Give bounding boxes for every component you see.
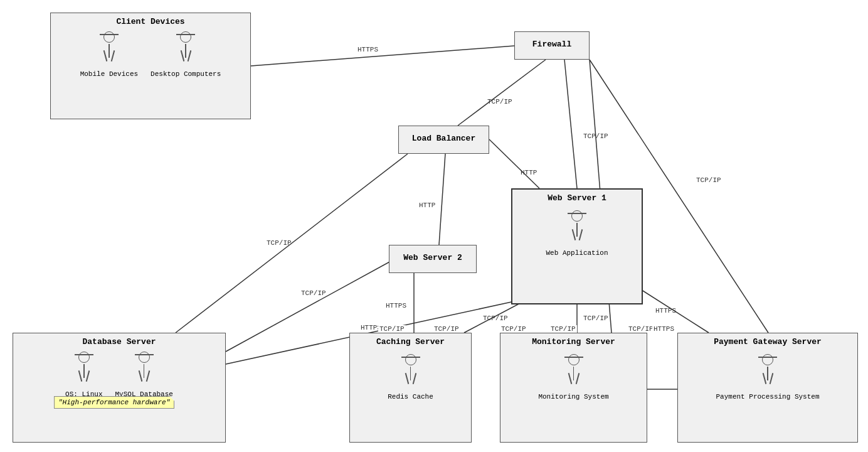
client-devices-figures: Mobile Devices Desktop Computers bbox=[80, 31, 221, 78]
svg-text:TCP/IP: TCP/IP bbox=[583, 315, 608, 322]
payment-arms bbox=[758, 357, 777, 358]
mysql-legs bbox=[140, 370, 148, 382]
load-balancer-node: Load Balancer bbox=[398, 126, 489, 154]
svg-line-0 bbox=[251, 46, 514, 66]
mysql-arms bbox=[135, 354, 154, 355]
svg-text:HTTPS: HTTPS bbox=[357, 46, 378, 53]
webapp-legs bbox=[573, 229, 581, 240]
desktop-computers-figure: Desktop Computers bbox=[151, 31, 221, 78]
mysql-figure: MySQL Database bbox=[115, 352, 173, 398]
monitoring-label: Monitoring System bbox=[538, 393, 608, 401]
monitoring-server-node: Monitoring Server Monitoring System bbox=[500, 333, 647, 443]
svg-line-2 bbox=[458, 60, 546, 126]
database-server-title: Database Server bbox=[82, 337, 156, 347]
monitoring-server-title: Monitoring Server bbox=[532, 337, 615, 347]
svg-text:HTTP: HTTP bbox=[419, 202, 436, 209]
ws2-cache-https-label: TCP/IP bbox=[378, 325, 406, 333]
web-app-label: Web Application bbox=[546, 249, 608, 257]
payment-label: Payment Processing System bbox=[716, 393, 819, 401]
ws2-cache-tcpip-label: TCP/IP bbox=[433, 325, 460, 333]
svg-text:TCP/IP: TCP/IP bbox=[583, 132, 608, 140]
redis-label: Redis Cache bbox=[388, 393, 433, 401]
caching-server-node: Caching Server Redis Cache bbox=[349, 333, 472, 443]
svg-text:TCP/IP: TCP/IP bbox=[301, 289, 326, 297]
svg-text:TCP/IP: TCP/IP bbox=[696, 176, 721, 184]
linux-legs bbox=[80, 370, 88, 382]
mobile-arms bbox=[100, 34, 119, 35]
ws1-cache-https-label: TCP/IP bbox=[500, 325, 527, 333]
load-balancer-title: Load Balancer bbox=[412, 134, 475, 143]
svg-line-10 bbox=[439, 154, 445, 245]
firewall-node: Firewall bbox=[514, 31, 590, 60]
svg-text:TCP/IP: TCP/IP bbox=[483, 315, 508, 322]
payment-figure: Payment Processing System bbox=[716, 354, 819, 401]
mobile-head bbox=[103, 31, 115, 43]
linux-arms bbox=[75, 354, 93, 355]
redis-head bbox=[405, 354, 416, 365]
mysql-leg-left bbox=[139, 370, 142, 382]
monitoring-head bbox=[568, 354, 580, 365]
linux-head bbox=[78, 352, 90, 363]
redis-figure: Redis Cache bbox=[388, 354, 433, 401]
mobile-legs bbox=[105, 50, 113, 62]
svg-text:HTTP: HTTP bbox=[521, 169, 537, 176]
svg-line-4 bbox=[564, 60, 577, 188]
webapp-arms bbox=[568, 213, 586, 214]
client-devices-title: Client Devices bbox=[116, 17, 184, 26]
os-linux-figure: OS: Linux bbox=[65, 352, 102, 398]
mysql-head bbox=[139, 352, 150, 363]
linux-leg-left bbox=[78, 370, 82, 382]
webapp-leg-right bbox=[579, 229, 583, 240]
payment-leg-right bbox=[770, 373, 773, 384]
web-server2-node: Web Server 2 bbox=[389, 245, 477, 273]
svg-line-14 bbox=[176, 154, 408, 333]
web-server1-title: Web Server 1 bbox=[548, 193, 606, 203]
monitoring-arms bbox=[564, 357, 583, 358]
payment-head bbox=[762, 354, 773, 365]
hardware-note: "High-performance hardware" bbox=[54, 396, 174, 409]
mobile-leg-right bbox=[111, 50, 115, 62]
mysql-leg-right bbox=[146, 370, 149, 382]
mobile-devices-figure: Mobile Devices bbox=[80, 31, 138, 78]
svg-text:TCP/IP: TCP/IP bbox=[267, 239, 292, 247]
mobile-leg-left bbox=[103, 50, 107, 62]
ws1-monitor-tcpip-label: TCP/IP bbox=[549, 325, 577, 333]
payment-gateway-node: Payment Gateway Server Payment Processin… bbox=[677, 333, 858, 443]
payment-legs bbox=[764, 373, 772, 384]
payment-leg-left bbox=[762, 373, 766, 384]
payment-gateway-title: Payment Gateway Server bbox=[714, 337, 822, 347]
desktop-computers-label: Desktop Computers bbox=[151, 70, 221, 78]
svg-text:HTTPS: HTTPS bbox=[655, 307, 676, 315]
database-figures: OS: Linux MySQL Database bbox=[65, 352, 173, 398]
web-server2-title: Web Server 2 bbox=[403, 253, 462, 262]
ws1-payment-tcpip-label: TCP/IP bbox=[627, 325, 655, 333]
monitoring-leg-right bbox=[575, 373, 579, 384]
redis-legs bbox=[406, 373, 415, 384]
web-server1-node: Web Server 1 Web Application bbox=[511, 188, 643, 304]
redis-arms bbox=[401, 357, 420, 358]
svg-text:TCP/IP: TCP/IP bbox=[487, 98, 512, 105]
monitoring-figure: Monitoring System bbox=[538, 354, 608, 401]
redis-leg-right bbox=[412, 373, 416, 384]
webapp-head bbox=[571, 210, 583, 222]
ws1-payment-https-label: HTTPS bbox=[652, 325, 675, 333]
desktop-arms bbox=[176, 34, 195, 35]
desktop-leg-left bbox=[180, 50, 184, 62]
monitoring-leg-left bbox=[568, 373, 572, 384]
client-devices-node: Client Devices Mobile Devices bbox=[50, 13, 251, 119]
redis-leg-left bbox=[405, 373, 409, 384]
diagram-container: HTTPS TCP/IP TCP/IP TCP/IP TCP/IP HTTP H… bbox=[0, 0, 868, 452]
caching-server-title: Caching Server bbox=[376, 337, 445, 347]
web-app-figure: Web Application bbox=[546, 210, 608, 257]
firewall-title: Firewall bbox=[532, 40, 571, 49]
database-server-node: Database Server OS: Linux bbox=[13, 333, 226, 443]
monitoring-legs bbox=[569, 373, 578, 384]
desktop-head bbox=[180, 31, 191, 43]
desktop-legs bbox=[182, 50, 190, 62]
webapp-leg-left bbox=[571, 229, 575, 240]
svg-line-12 bbox=[489, 139, 539, 188]
svg-text:HTTPS: HTTPS bbox=[386, 302, 406, 309]
desktop-leg-right bbox=[188, 50, 191, 62]
mobile-devices-label: Mobile Devices bbox=[80, 70, 138, 78]
linux-leg-right bbox=[85, 370, 89, 382]
